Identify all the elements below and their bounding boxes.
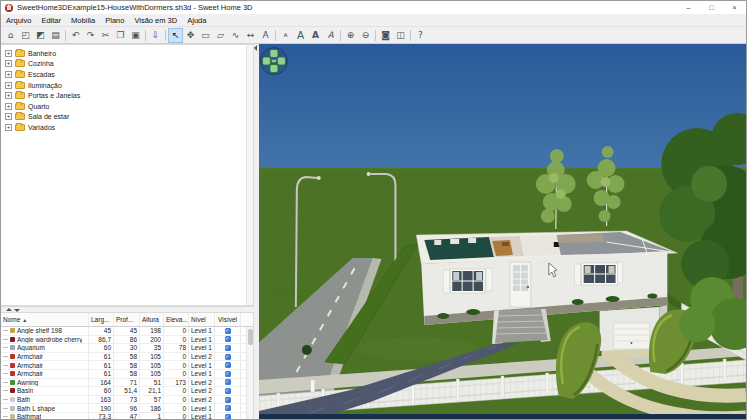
column-header-profundidade[interactable]: Prof...: [114, 313, 140, 326]
zoom-out-button[interactable]: ⊖: [358, 28, 373, 43]
expand-icon[interactable]: +: [5, 50, 12, 57]
decrease-text-size-button[interactable]: ᴀ: [278, 28, 293, 43]
table-row[interactable]: Armchair 61 58 105 0 Level 1: [1, 370, 253, 379]
table-row[interactable]: Bath 163 73 57 0 Level 2: [1, 396, 253, 405]
print-button[interactable]: ▤: [48, 28, 63, 43]
menu-arquivo[interactable]: Arquivo: [1, 14, 36, 27]
create-rooms-button[interactable]: ▱: [213, 28, 228, 43]
visivel-cell[interactable]: [215, 370, 241, 378]
table-row[interactable]: Armchair 61 58 105 0 Level 1: [1, 361, 253, 370]
left-panel: + Banheiro + Cozinha + Escadas +: [1, 44, 254, 420]
table-row[interactable]: Basin 60 51,4 21,1 0 Level 2: [1, 387, 253, 396]
open-button[interactable]: ◰: [18, 28, 33, 43]
splitter-up-icon[interactable]: [6, 308, 12, 311]
table-row[interactable]: Awning 164 71 51 173 Level 2: [1, 379, 253, 388]
menu-editar[interactable]: Editar: [36, 14, 66, 27]
zoom-in-button[interactable]: ⊕: [343, 28, 358, 43]
visivel-cell[interactable]: [215, 344, 241, 352]
visivel-cell[interactable]: [215, 327, 241, 335]
menu-mobilia[interactable]: Mobília: [66, 14, 100, 27]
expand-icon[interactable]: +: [5, 60, 12, 67]
paste-button[interactable]: ▣: [128, 28, 143, 43]
tree-category-item[interactable]: + Banheiro: [1, 48, 253, 59]
column-header-largura[interactable]: Larg...: [89, 313, 114, 326]
visivel-cell[interactable]: [215, 404, 241, 412]
redo-button[interactable]: ↷: [83, 28, 98, 43]
3d-canvas[interactable]: [259, 44, 746, 420]
table-row[interactable]: Aquarium 60 30 35 78 Level 1: [1, 344, 253, 353]
pan-tool-button[interactable]: ✥: [183, 28, 198, 43]
compass-left-button[interactable]: [262, 57, 270, 65]
compass-up-button[interactable]: [270, 50, 278, 58]
cut-button[interactable]: ✂: [98, 28, 113, 43]
largura-cell: 163: [89, 396, 114, 404]
table-row[interactable]: Bath L shape 190 96 186 0 Level 1: [1, 404, 253, 413]
menu-visao-em-3d[interactable]: Visão em 3D: [129, 14, 182, 27]
tree-category-item[interactable]: + Cozinha: [1, 59, 253, 70]
column-header-visivel[interactable]: Visível: [215, 313, 241, 326]
tree-category-item[interactable]: + Escadas: [1, 69, 253, 80]
tree-category-item[interactable]: + Sala de estar: [1, 112, 253, 123]
column-header-elevacao[interactable]: Eleva...: [164, 313, 189, 326]
create-photo-button[interactable]: ◙: [378, 28, 393, 43]
expand-icon[interactable]: +: [5, 71, 12, 78]
visivel-cell[interactable]: [215, 353, 241, 361]
compass-down-button[interactable]: [270, 65, 278, 73]
expand-icon[interactable]: +: [5, 103, 12, 110]
expand-icon[interactable]: +: [5, 113, 12, 120]
compass-center-button[interactable]: [271, 60, 276, 63]
toolbar-separator: [340, 30, 341, 41]
column-header-nome[interactable]: Nome▲: [1, 313, 89, 326]
horizontal-splitter[interactable]: [1, 306, 254, 313]
table-row[interactable]: Angle wardrobe cherry 86,7 86 200 0 Leve…: [1, 336, 253, 345]
expand-icon[interactable]: +: [5, 124, 12, 131]
splitter-down-icon[interactable]: [14, 309, 20, 312]
tree-category-item[interactable]: + Variados: [1, 122, 253, 133]
table-row[interactable]: Bathmat 73,3 47 1 0 Level 1: [1, 413, 253, 420]
menu-ajuda[interactable]: Ajuda: [182, 14, 211, 27]
create-polylines-button[interactable]: ∿: [228, 28, 243, 43]
column-header-altura[interactable]: Altura: [140, 313, 164, 326]
tree-category-item[interactable]: + Portas e Janelas: [1, 90, 253, 101]
bold-button[interactable]: A: [308, 28, 323, 43]
expand-icon[interactable]: +: [5, 82, 12, 89]
visivel-cell[interactable]: [215, 396, 241, 404]
altura-cell: 21,1: [140, 387, 164, 395]
table-scrollbar[interactable]: [246, 327, 253, 420]
create-walls-button[interactable]: ▭: [198, 28, 213, 43]
tree-scrollbar[interactable]: [246, 45, 253, 305]
create-dimensions-button[interactable]: ↔: [243, 28, 258, 43]
3d-view-panel[interactable]: [259, 44, 746, 420]
save-button[interactable]: ◩: [33, 28, 48, 43]
visivel-cell[interactable]: [215, 387, 241, 395]
expand-icon[interactable]: +: [5, 92, 12, 99]
table-row[interactable]: Armchair 61 58 105 0 Level 2: [1, 353, 253, 362]
new-home-button[interactable]: ⌂: [3, 28, 18, 43]
visivel-cell[interactable]: [215, 379, 241, 387]
tree-category-item[interactable]: + Quarto: [1, 101, 253, 112]
increase-text-size-button[interactable]: A: [293, 28, 308, 43]
add-texts-button[interactable]: A: [258, 28, 273, 43]
visivel-cell[interactable]: [215, 361, 241, 369]
add-furniture-button[interactable]: ⇩: [148, 28, 163, 43]
undo-button[interactable]: ↶: [68, 28, 83, 43]
visivel-cell[interactable]: [215, 413, 241, 420]
navigation-compass[interactable]: [260, 48, 287, 75]
toolbar-separator: [65, 30, 66, 41]
table-row[interactable]: Angle shelf 198 45 45 198 0 Level 1: [1, 327, 253, 336]
tree-category-item[interactable]: + Iluminação: [1, 80, 253, 91]
select-tool-button[interactable]: ↖: [168, 28, 183, 43]
help-button[interactable]: ?: [413, 28, 428, 43]
compass-right-button[interactable]: [277, 57, 285, 65]
menu-plano[interactable]: Plano: [100, 14, 129, 27]
create-video-button[interactable]: ◫: [393, 28, 408, 43]
visivel-cell[interactable]: [215, 336, 241, 344]
close-button[interactable]: ×: [723, 1, 746, 14]
column-header-nivel[interactable]: Nível: [189, 313, 215, 326]
title-bar: SweetHome3DExample15-HouseWithDormers.sh…: [1, 1, 746, 14]
copy-button[interactable]: ❐: [113, 28, 128, 43]
minimize-button[interactable]: –: [677, 1, 700, 14]
maximize-button[interactable]: □: [700, 1, 723, 14]
italic-button[interactable]: A: [323, 28, 338, 43]
table-scrollbar-thumb[interactable]: [248, 329, 253, 345]
